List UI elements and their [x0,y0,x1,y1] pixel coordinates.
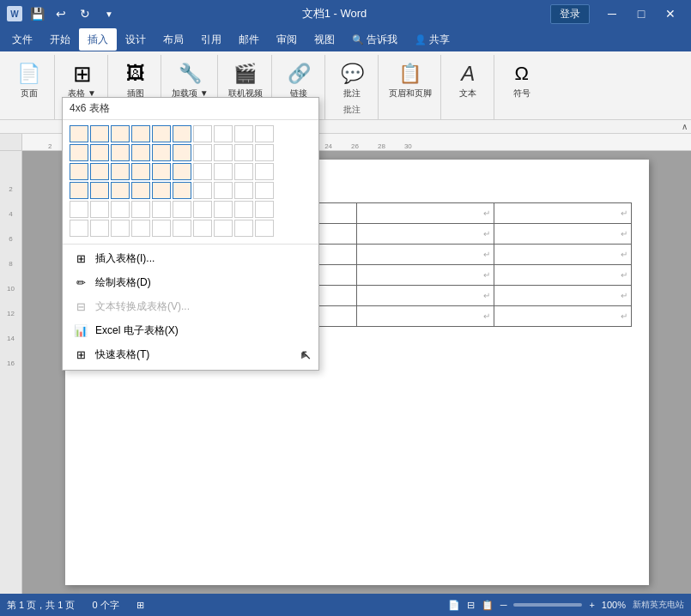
grid-cell-3-2[interactable] [90,163,109,180]
grid-cell-3-1[interactable] [70,163,88,180]
grid-cell-3-9[interactable] [234,163,253,180]
grid-cell-4-5[interactable] [152,182,171,199]
grid-cell-5-5[interactable] [152,201,171,218]
menu-insert[interactable]: 插入 [79,28,117,51]
grid-cell-6-7[interactable] [193,220,212,237]
menu-mailings[interactable]: 邮件 [230,28,268,51]
view-icon-1[interactable]: 📄 [448,600,460,611]
grid-cell-4-1[interactable] [70,182,88,199]
grid-cell-6-2[interactable] [90,220,109,237]
grid-cell-6-1[interactable] [70,220,88,237]
ribbon-btn-picture[interactable]: 🖼 插图 [118,58,153,101]
menu-share[interactable]: 👤共享 [406,28,458,51]
grid-cell-5-10[interactable] [255,201,274,218]
close-button[interactable]: ✕ [657,0,684,27]
ribbon-btn-comment[interactable]: 💬 批注 [335,58,369,101]
grid-cell-1-7[interactable] [193,125,212,142]
ribbon-btn-page[interactable]: 📄 页面 [12,58,46,101]
quick-access-dropdown[interactable]: ▼ [100,4,118,23]
grid-cell-2-5[interactable] [152,144,171,161]
grid-cell-2-2[interactable] [90,144,109,161]
grid-cell-3-10[interactable] [255,163,274,180]
grid-cell-5-4[interactable] [131,201,150,218]
grid-cell-2-4[interactable] [131,144,150,161]
grid-cell-4-2[interactable] [90,182,109,199]
zoom-slider[interactable] [513,603,582,607]
ribbon-btn-symbol[interactable]: Ω 符号 [505,58,539,101]
grid-cell-1-3[interactable] [111,125,130,142]
menu-design[interactable]: 设计 [117,28,155,51]
grid-cell-6-9[interactable] [234,220,253,237]
menu-layout[interactable]: 布局 [155,28,192,51]
login-button[interactable]: 登录 [550,4,590,24]
grid-cell-4-4[interactable] [131,182,150,199]
menu-review[interactable]: 审阅 [268,28,306,51]
insert-table-item[interactable]: ⊞ 插入表格(I)... [63,246,318,270]
grid-cell-1-9[interactable] [234,125,253,142]
grid-cell-1-1[interactable] [70,125,88,142]
grid-cell-5-9[interactable] [234,201,253,218]
grid-cell-2-3[interactable] [111,144,130,161]
grid-cell-2-8[interactable] [214,144,233,161]
grid-cell-4-10[interactable] [255,182,274,199]
grid-cell-4-9[interactable] [234,182,253,199]
ribbon-btn-link[interactable]: 🔗 链接 [282,58,316,101]
menu-search[interactable]: 🔍告诉我 [343,28,406,51]
grid-cell-4-7[interactable] [193,182,212,199]
grid-cell-5-7[interactable] [193,201,212,218]
grid-cell-5-2[interactable] [90,201,109,218]
grid-cell-1-10[interactable] [255,125,274,142]
menu-references[interactable]: 引用 [192,28,230,51]
view-icon-2[interactable]: ⊟ [467,600,475,611]
grid-cell-6-4[interactable] [131,220,150,237]
save-icon[interactable]: 💾 [27,4,46,23]
ribbon-btn-video[interactable]: 🎬 联机视频 [225,58,266,101]
zoom-plus[interactable]: + [589,600,594,610]
grid-cell-3-8[interactable] [214,163,233,180]
menu-file[interactable]: 文件 [3,28,41,51]
grid-cell-1-2[interactable] [90,125,109,142]
menu-home[interactable]: 开始 [41,28,79,51]
redo-icon[interactable]: ↻ [76,4,94,23]
grid-cell-2-7[interactable] [193,144,212,161]
zoom-minus[interactable]: ─ [500,600,507,610]
view-icon-3[interactable]: 📋 [482,600,494,611]
grid-cell-6-10[interactable] [255,220,274,237]
grid-cell-1-4[interactable] [131,125,150,142]
grid-cell-1-8[interactable] [214,125,233,142]
ribbon-btn-addins[interactable]: 🔧 加载项 ▼ [168,58,212,101]
grid-cell-5-8[interactable] [214,201,233,218]
grid-cell-3-6[interactable] [173,163,191,180]
minimize-button[interactable]: ─ [598,0,626,27]
grid-cell-3-7[interactable] [193,163,212,180]
grid-cell-2-1[interactable] [70,144,88,161]
quick-table-item[interactable]: ⊞ 快速表格(T) ▶ [63,342,318,366]
ribbon-btn-table[interactable]: ⊞ 表格 ▼ [64,58,100,101]
grid-cell-1-5[interactable] [152,125,171,142]
grid-cell-6-3[interactable] [111,220,130,237]
grid-cell-2-10[interactable] [255,144,274,161]
grid-cell-2-6[interactable] [173,144,191,161]
grid-cell-6-6[interactable] [173,220,191,237]
menu-view[interactable]: 视图 [306,28,343,51]
ribbon-btn-text[interactable]: A 文本 [451,58,485,101]
maximize-button[interactable]: □ [627,0,655,27]
grid-cell-6-8[interactable] [214,220,233,237]
grid-cell-3-5[interactable] [152,163,171,180]
grid-cell-4-6[interactable] [173,182,191,199]
grid-cell-3-4[interactable] [131,163,150,180]
grid-cell-6-5[interactable] [152,220,171,237]
grid-cell-5-6[interactable] [173,201,191,218]
grid-cell-5-3[interactable] [111,201,130,218]
draw-table-item[interactable]: ✏ 绘制表格(D) [63,270,318,294]
grid-cell-5-1[interactable] [70,201,88,218]
excel-table-item[interactable]: 📊 Excel 电子表格(X) [63,318,318,342]
grid-cell-2-9[interactable] [234,144,253,161]
grid-cell-4-3[interactable] [111,182,130,199]
collapse-button[interactable]: ∧ [682,122,688,131]
grid-cell-1-6[interactable] [173,125,191,142]
grid-cell-4-8[interactable] [214,182,233,199]
grid-cell-3-3[interactable] [111,163,130,180]
ribbon-btn-header[interactable]: 📋 页眉和页脚 [385,58,435,101]
undo-icon[interactable]: ↩ [52,4,70,23]
